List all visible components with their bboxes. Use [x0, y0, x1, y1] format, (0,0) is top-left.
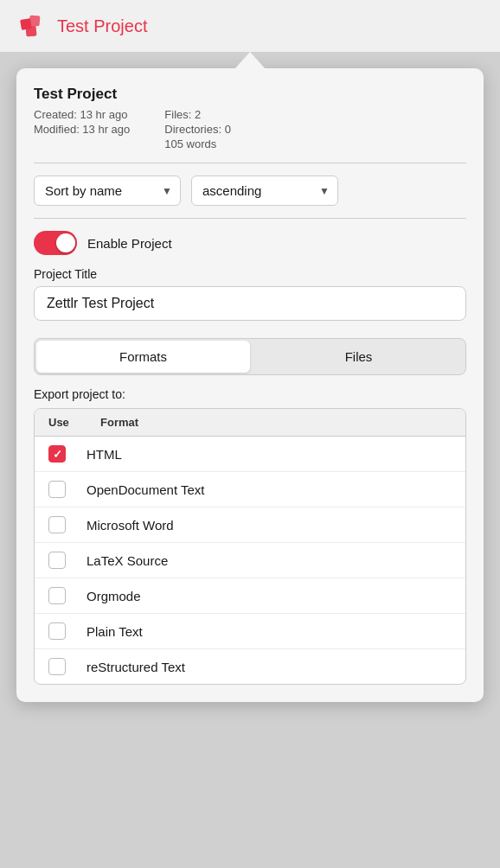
format-name-html: HTML — [87, 447, 122, 462]
files-label: Files: 2 — [164, 108, 231, 121]
tab-files[interactable]: Files — [252, 339, 465, 374]
enable-project-toggle[interactable] — [34, 231, 77, 255]
format-name-txt: Plain Text — [87, 624, 143, 639]
format-row-txt: Plain Text — [35, 614, 465, 649]
project-panel: Test Project Created: 13 hr ago Modified… — [16, 68, 484, 702]
checkbox-wrapper-docx — [48, 516, 87, 533]
modified-label: Modified: 13 hr ago — [34, 123, 130, 136]
col-use-header: Use — [48, 416, 100, 429]
project-title-label: Project Title — [34, 267, 466, 281]
export-title: Export project to: — [34, 387, 466, 401]
sort-order-wrapper: ascending descending ▼ — [191, 176, 338, 206]
enable-project-row: Enable Project — [34, 231, 466, 255]
format-row-html: ✓ HTML — [35, 437, 465, 472]
project-title-input[interactable] — [34, 286, 466, 321]
checkbox-org[interactable] — [48, 587, 66, 604]
format-name-rst: reStructured Text — [87, 660, 185, 674]
format-name-odt: OpenDocument Text — [87, 482, 204, 497]
app-title: Test Project — [57, 16, 147, 36]
sort-order-select[interactable]: ascending descending — [191, 176, 338, 206]
col-format-header: Format — [100, 416, 138, 429]
format-row-latex: LaTeX Source — [35, 543, 465, 578]
checkbox-html[interactable]: ✓ — [48, 445, 66, 463]
tabs-row: Formats Files — [34, 338, 466, 375]
top-bar: Test Project — [0, 0, 500, 52]
checkbox-wrapper-org — [48, 587, 87, 604]
checkbox-wrapper-latex — [48, 552, 87, 569]
checkbox-odt[interactable] — [48, 481, 66, 498]
meta-left: Created: 13 hr ago Modified: 13 hr ago — [34, 108, 130, 150]
checkbox-wrapper-html: ✓ — [48, 445, 87, 463]
checkbox-docx[interactable] — [48, 516, 66, 533]
sort-by-wrapper: Sort by name Sort by date Sort by size ▼ — [34, 176, 181, 206]
checkbox-wrapper-odt — [48, 481, 87, 498]
sort-by-select[interactable]: Sort by name Sort by date Sort by size — [34, 176, 181, 206]
meta-row: Created: 13 hr ago Modified: 13 hr ago F… — [34, 108, 466, 150]
panel-arrow — [234, 52, 266, 69]
svg-rect-2 — [25, 25, 36, 36]
app-icon — [17, 10, 48, 41]
format-row-odt: OpenDocument Text — [35, 472, 465, 507]
checkbox-rst[interactable] — [48, 658, 66, 675]
checkbox-wrapper-txt — [48, 622, 87, 640]
format-name-docx: Microsoft Word — [87, 518, 174, 533]
format-table: Use Format ✓ HTML OpenDocument Text — [34, 408, 466, 685]
words-label: 105 words — [164, 137, 231, 150]
toggle-thumb — [56, 233, 75, 252]
project-title: Test Project — [34, 86, 466, 103]
toggle-track — [34, 231, 77, 255]
meta-right: Files: 2 Directories: 0 105 words — [164, 108, 231, 150]
divider-2 — [34, 218, 466, 219]
format-row-org: Orgmode — [35, 578, 465, 614]
svg-rect-1 — [29, 15, 40, 26]
divider-1 — [34, 163, 466, 163]
enable-project-label: Enable Project — [87, 236, 172, 251]
format-name-latex: LaTeX Source — [87, 553, 168, 568]
format-row-rst: reStructured Text — [35, 649, 465, 684]
created-label: Created: 13 hr ago — [34, 108, 130, 121]
sort-row: Sort by name Sort by date Sort by size ▼… — [34, 176, 466, 206]
format-row-docx: Microsoft Word — [35, 507, 465, 543]
export-section: Export project to: Use Format ✓ HTML — [34, 387, 466, 685]
checkbox-wrapper-rst — [48, 658, 87, 675]
checkbox-latex[interactable] — [48, 552, 66, 569]
tab-formats[interactable]: Formats — [36, 341, 250, 373]
checkbox-txt[interactable] — [48, 622, 66, 640]
format-name-org: Orgmode — [87, 589, 141, 603]
directories-label: Directories: 0 — [164, 123, 231, 136]
format-header: Use Format — [35, 409, 465, 437]
checkmark-html: ✓ — [53, 449, 62, 460]
